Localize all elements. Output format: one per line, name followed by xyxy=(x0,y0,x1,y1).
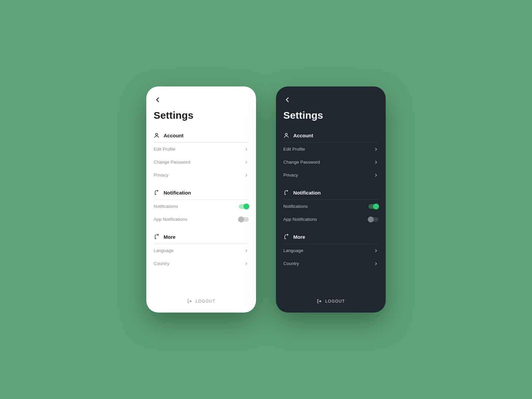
section-title-more: More xyxy=(164,234,176,240)
row-edit-profile[interactable]: Edit Profile xyxy=(154,143,249,156)
chevron-right-icon xyxy=(244,147,249,152)
user-icon xyxy=(283,132,289,138)
row-label: Privacy xyxy=(283,173,298,178)
chevron-right-icon xyxy=(374,248,378,253)
section-header-more: More xyxy=(283,234,378,244)
svg-point-1 xyxy=(157,190,158,192)
row-label: App Notifications xyxy=(283,217,317,222)
svg-point-6 xyxy=(287,190,288,192)
row-app-notifications[interactable]: App Notifications xyxy=(283,213,378,226)
chevron-right-icon xyxy=(244,248,249,253)
row-edit-profile[interactable]: Edit Profile xyxy=(283,143,378,156)
user-icon xyxy=(154,132,160,138)
row-label: Privacy xyxy=(154,173,168,178)
back-button[interactable] xyxy=(154,96,162,104)
chevron-right-icon xyxy=(244,160,249,165)
notification-icon xyxy=(154,190,160,196)
row-label: Language xyxy=(283,248,303,253)
row-app-notifications[interactable]: App Notifications xyxy=(154,213,249,226)
row-language[interactable]: Language xyxy=(283,244,378,257)
section-title-account: Account xyxy=(164,133,184,138)
row-label: Country xyxy=(154,261,169,266)
row-label: Change Password xyxy=(283,160,320,165)
logout-label: LOGOUT xyxy=(196,299,215,304)
section-title-notification: Notification xyxy=(164,190,191,196)
settings-screen-dark: Settings Account Edit Profile Change Pas… xyxy=(276,86,386,313)
logout-label: LOGOUT xyxy=(325,299,345,304)
section-header-account: Account xyxy=(283,132,378,143)
logout-icon xyxy=(187,299,192,304)
chevron-right-icon xyxy=(374,173,378,178)
chevron-left-icon xyxy=(283,96,291,104)
row-country[interactable]: Country xyxy=(154,257,249,270)
row-label: Change Password xyxy=(154,160,190,165)
back-button[interactable] xyxy=(283,96,291,104)
svg-point-0 xyxy=(156,133,158,135)
row-label: Notifications xyxy=(154,204,178,209)
toggle-app-notifications[interactable] xyxy=(239,217,249,222)
row-label: Country xyxy=(283,261,299,266)
chevron-right-icon xyxy=(374,261,378,266)
chevron-left-icon xyxy=(154,96,162,104)
row-label: Edit Profile xyxy=(154,147,175,152)
row-label: App Notifications xyxy=(154,217,187,222)
section-title-notification: Notification xyxy=(293,190,321,196)
more-icon xyxy=(283,234,289,240)
logout-icon xyxy=(317,299,322,304)
toggle-notifications[interactable] xyxy=(368,204,378,209)
row-label: Language xyxy=(154,248,174,253)
row-privacy[interactable]: Privacy xyxy=(154,169,249,182)
settings-screen-light: Settings Account Edit Profile Change Pas… xyxy=(146,86,256,313)
chevron-right-icon xyxy=(374,147,378,152)
toggle-app-notifications[interactable] xyxy=(368,217,378,222)
notification-icon xyxy=(283,190,289,196)
row-country[interactable]: Country xyxy=(283,257,378,270)
row-label: Notifications xyxy=(283,204,308,209)
section-title-more: More xyxy=(293,234,305,240)
row-privacy[interactable]: Privacy xyxy=(283,169,378,182)
row-notifications[interactable]: Notifications xyxy=(283,200,378,213)
chevron-right-icon xyxy=(244,173,249,178)
svg-point-5 xyxy=(285,133,287,135)
page-title: Settings xyxy=(154,110,249,121)
toggle-notifications[interactable] xyxy=(239,204,249,209)
section-title-account: Account xyxy=(293,133,313,138)
page-title: Settings xyxy=(283,110,378,121)
more-icon xyxy=(154,234,160,240)
chevron-right-icon xyxy=(374,160,378,165)
logout-button[interactable]: LOGOUT xyxy=(154,295,249,306)
section-header-notification: Notification xyxy=(154,190,249,200)
row-notifications[interactable]: Notifications xyxy=(154,200,249,213)
section-header-account: Account xyxy=(154,132,249,143)
chevron-right-icon xyxy=(244,261,249,266)
row-change-password[interactable]: Change Password xyxy=(283,156,378,169)
row-label: Edit Profile xyxy=(283,147,305,152)
section-header-notification: Notification xyxy=(283,190,378,200)
section-header-more: More xyxy=(154,234,249,244)
logout-button[interactable]: LOGOUT xyxy=(283,295,378,306)
row-change-password[interactable]: Change Password xyxy=(154,156,249,169)
row-language[interactable]: Language xyxy=(154,244,249,257)
